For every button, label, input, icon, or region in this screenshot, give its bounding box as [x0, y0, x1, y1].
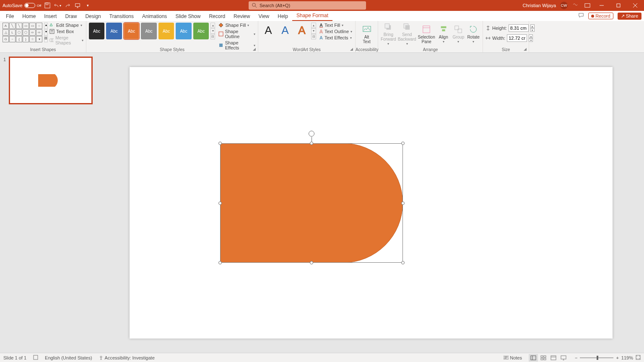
slide[interactable] [130, 67, 613, 339]
start-from-beginning-icon[interactable] [74, 2, 81, 9]
close-button[interactable] [629, 0, 641, 11]
height-down[interactable]: ▾ [530, 28, 535, 32]
tab-insert[interactable]: Insert [40, 12, 61, 21]
accessibility-indicator[interactable]: Accessibility: Investigate [99, 355, 155, 360]
resize-handle-l[interactable] [218, 202, 222, 205]
text-outline-button[interactable]: AText Outline▾ [319, 29, 352, 34]
zoom-thumb[interactable] [597, 356, 598, 360]
record-button[interactable]: Record [588, 13, 613, 19]
tab-transitions[interactable]: Transitions [105, 12, 138, 21]
style-more[interactable]: ⊟ [210, 34, 215, 39]
alt-text-button[interactable]: Alt Text [358, 23, 375, 46]
zoom-track[interactable] [580, 357, 613, 358]
selection-pane-button[interactable]: Selection Pane [418, 23, 435, 46]
normal-view-button[interactable] [529, 354, 538, 362]
text-box-button[interactable]: Text Box [49, 29, 83, 34]
style-scroll-up[interactable]: ▴ [210, 23, 215, 28]
slide-thumbnails-pane[interactable]: 1 [0, 53, 98, 353]
shape-style-2[interactable]: Abc [124, 23, 139, 39]
group-button[interactable]: Group▾ [452, 23, 465, 46]
resize-handle-br[interactable] [401, 261, 405, 264]
shape-style-3[interactable]: Abc [141, 23, 156, 39]
user-avatar[interactable]: CW [560, 2, 568, 9]
tab-view[interactable]: View [254, 12, 273, 21]
comments-icon[interactable] [578, 13, 584, 19]
zoom-level[interactable]: 119% [621, 355, 633, 360]
shape-style-0[interactable]: Abc [89, 23, 104, 39]
slide-sorter-button[interactable] [539, 354, 548, 362]
zoom-slider[interactable]: − + 119% [575, 355, 641, 361]
wordart-scroll-down[interactable]: ▾ [311, 28, 316, 34]
tab-review[interactable]: Review [229, 12, 254, 21]
selected-shape[interactable] [220, 143, 403, 263]
width-up[interactable]: ▴ [529, 34, 533, 38]
style-scroll-down[interactable]: ▾ [210, 28, 215, 34]
edit-shape-button[interactable]: Edit Shape▾ [49, 23, 83, 28]
align-button[interactable]: Align▾ [437, 23, 450, 46]
text-fill-button[interactable]: AText Fill▾ [319, 23, 352, 28]
minimize-button[interactable] [595, 0, 608, 11]
resize-handle-b[interactable] [310, 261, 313, 264]
rotate-button[interactable]: Rotate▾ [467, 23, 480, 46]
tab-design[interactable]: Design [81, 12, 105, 21]
language-indicator[interactable]: English (United States) [45, 355, 92, 360]
tab-animations[interactable]: Animations [138, 12, 171, 21]
share-button[interactable]: ↗Share [618, 13, 641, 20]
shapes-gallery[interactable]: A╲╲▭▭○ △L⬡⬡⇨⇨ G~{}☆▾ [3, 23, 42, 42]
wordart-launcher[interactable]: ◢ [350, 47, 354, 51]
qat-customize-icon[interactable]: ▾ [84, 2, 91, 9]
resize-handle-r[interactable] [401, 202, 405, 205]
save-icon[interactable] [44, 2, 51, 9]
merge-shapes-button[interactable]: Merge Shapes▾ [49, 35, 83, 45]
autosave-switch-icon[interactable] [24, 3, 35, 8]
search-box[interactable]: Search (Alt+Q) [249, 1, 366, 10]
bring-forward-button[interactable]: Bring Forward▾ [381, 23, 396, 46]
resize-handle-t[interactable] [310, 142, 313, 145]
tab-home[interactable]: Home [18, 12, 40, 21]
shape-fill-button[interactable]: Shape Fill▾ [218, 23, 255, 28]
resize-handle-tr[interactable] [401, 142, 405, 145]
coming-soon-icon[interactable] [572, 2, 579, 9]
tab-help[interactable]: Help [273, 12, 292, 21]
width-down[interactable]: ▾ [529, 38, 533, 42]
collapse-ribbon-icon[interactable]: ︿ [637, 355, 641, 361]
wordart-style-2[interactable]: A [278, 23, 293, 38]
spellcheck-icon[interactable] [33, 355, 38, 361]
shape-style-4[interactable]: Abc [158, 23, 174, 39]
undo-icon[interactable]: ▾ [54, 2, 61, 9]
slide-thumbnail-1[interactable] [9, 57, 92, 104]
tab-shape-format[interactable]: Shape Format [292, 11, 332, 21]
height-input[interactable] [509, 24, 529, 32]
shape-outline-button[interactable]: Shape Outline▾ [218, 29, 255, 39]
tab-slideshow[interactable]: Slide Show [171, 12, 205, 21]
notes-button[interactable]: Notes [504, 355, 522, 360]
ribbon-mode-icon[interactable] [584, 2, 591, 9]
gallery-scroll-down[interactable]: ▾ [44, 29, 48, 36]
tab-file[interactable]: File [2, 12, 18, 21]
rotate-handle[interactable] [309, 131, 314, 137]
slide-canvas-area[interactable] [98, 53, 644, 353]
shape-style-5[interactable]: Abc [176, 23, 191, 39]
size-launcher[interactable]: ◢ [524, 47, 528, 51]
wordart-scroll-up[interactable]: ▴ [311, 23, 316, 28]
wordart-style-3[interactable]: A [294, 23, 309, 38]
autosave-toggle[interactable]: AutoSave Off [3, 3, 41, 8]
zoom-in-button[interactable]: + [616, 355, 618, 360]
shape-styles-launcher[interactable]: ◢ [253, 47, 257, 51]
gallery-scroll-up[interactable]: ▴ [44, 23, 48, 29]
reading-view-button[interactable] [549, 354, 558, 362]
resize-handle-bl[interactable] [218, 261, 222, 264]
shape-style-1[interactable]: Abc [106, 23, 122, 39]
wordart-more[interactable]: ⊟ [311, 34, 316, 39]
tab-draw[interactable]: Draw [61, 12, 81, 21]
zoom-out-button[interactable]: − [575, 355, 577, 360]
width-input[interactable] [507, 34, 527, 42]
send-backward-button[interactable]: Send Backward▾ [398, 23, 416, 46]
gallery-more[interactable]: ⊟ [44, 36, 48, 42]
text-effects-button[interactable]: AText Effects▾ [319, 35, 352, 40]
redo-icon[interactable] [64, 2, 71, 9]
slideshow-view-button[interactable] [559, 354, 568, 362]
shape-style-6[interactable]: Abc [193, 23, 209, 39]
tab-record[interactable]: Record [205, 12, 229, 21]
maximize-button[interactable] [612, 0, 625, 11]
